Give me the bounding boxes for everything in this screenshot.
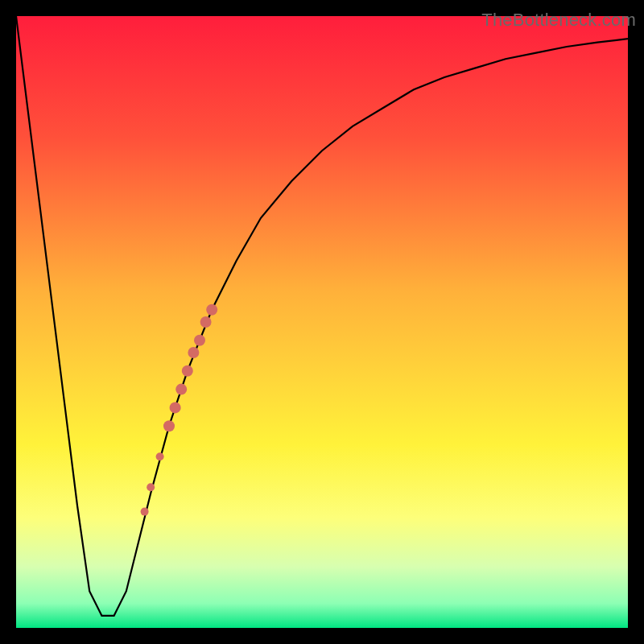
marker-dot: [188, 347, 199, 358]
marker-dot: [156, 452, 164, 460]
chart-svg: [16, 16, 628, 628]
marker-dot: [200, 316, 212, 328]
marker-dot: [175, 384, 187, 395]
marker-dot: [194, 335, 205, 346]
marker-dot: [147, 483, 155, 491]
marker-dot: [206, 304, 217, 316]
marker-dot: [163, 420, 175, 431]
watermark-text: TheBottleneck.com: [481, 10, 636, 31]
marker-dot: [182, 365, 193, 377]
plot-area: [16, 16, 628, 628]
chart-frame: TheBottleneck.com: [0, 0, 644, 644]
marker-dot: [170, 402, 181, 413]
gradient-background: [16, 16, 628, 628]
marker-dot: [141, 508, 149, 516]
